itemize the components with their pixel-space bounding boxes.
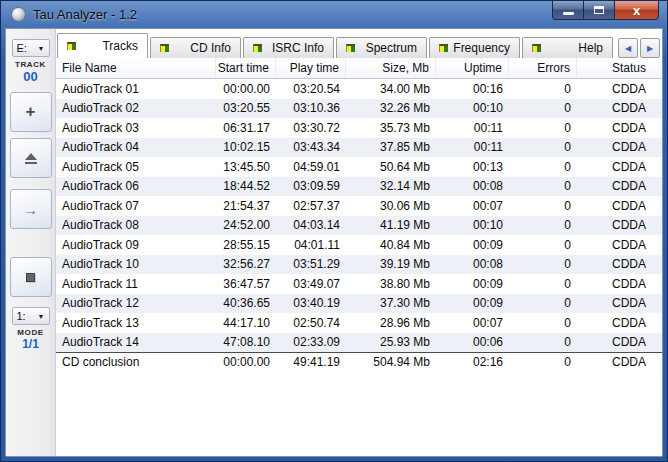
table-cell: 03:09.59: [276, 179, 346, 193]
track-number: 00: [23, 69, 37, 84]
table-row[interactable]: AudioTrack 0203:20.5503:10.3632.26 Mb00:…: [56, 99, 662, 119]
table-cell: 04:03.14: [276, 218, 346, 232]
table-cell: 00:07: [436, 316, 509, 330]
tab-label: Tracks: [102, 39, 138, 53]
mode-select[interactable]: 1: ▼: [12, 307, 50, 325]
stop-icon: [26, 273, 35, 282]
add-button[interactable]: +: [10, 92, 52, 132]
table-cell: 00:11: [436, 140, 509, 154]
table-row[interactable]: AudioTrack 0410:02.1503:43.3437.85 Mb00:…: [56, 138, 662, 158]
table-row[interactable]: AudioTrack 1447:08.1002:33.0925.93 Mb00:…: [56, 333, 662, 353]
table-cell: 10:02.15: [216, 140, 276, 154]
summary-row[interactable]: CD conclusion00:00.0049:41.19504.94 Mb02…: [56, 352, 662, 372]
table-row[interactable]: AudioTrack 1032:56.2703:51.2939.19 Mb00:…: [56, 255, 662, 275]
table-row[interactable]: AudioTrack 0306:31.1703:30.7235.73 Mb00:…: [56, 118, 662, 138]
table-cell: AudioTrack 08: [56, 218, 216, 232]
table-cell: 39.19 Mb: [346, 257, 436, 271]
table-cell: 0: [509, 335, 577, 349]
drive-select[interactable]: E: ▼: [12, 39, 50, 57]
sidebar: E: ▼ TRACK 00 + → 1: ▼ MODE 1/: [6, 29, 56, 456]
table-header: File Name Start time Play time Size, Mb …: [56, 58, 662, 79]
table-cell: 0: [509, 82, 577, 96]
table-cell: AudioTrack 10: [56, 257, 216, 271]
table-row[interactable]: AudioTrack 0721:54.3702:57.3730.06 Mb00:…: [56, 196, 662, 216]
table-cell: 0: [509, 277, 577, 291]
table-cell: 0: [509, 218, 577, 232]
table-row[interactable]: AudioTrack 0824:52.0004:03.1441.19 Mb00:…: [56, 216, 662, 236]
table-cell: 03:20.54: [276, 82, 346, 96]
column-header-file-name[interactable]: File Name: [56, 58, 216, 78]
table-cell: 00:08: [436, 179, 509, 193]
table-cell: 0: [509, 121, 577, 135]
minimize-icon: [563, 12, 574, 15]
close-button[interactable]: x: [614, 1, 659, 20]
tab-scroll-left-button[interactable]: ◀: [618, 38, 638, 58]
table-cell: 25.93 Mb: [346, 335, 436, 349]
mode-label: MODE: [17, 328, 43, 337]
column-header-play-time[interactable]: Play time: [276, 58, 346, 78]
table-cell: 28.96 Mb: [346, 316, 436, 330]
column-header-start-time[interactable]: Start time: [216, 58, 276, 78]
tab-icon: [346, 44, 355, 52]
mode-value: 1/1: [22, 337, 39, 351]
table-cell: 32.26 Mb: [346, 101, 436, 115]
tab-spectrum[interactable]: Spectrum: [336, 37, 427, 58]
mode-select-value: 1:: [17, 310, 26, 322]
table-cell: AudioTrack 05: [56, 160, 216, 174]
table-cell: 00:09: [436, 277, 509, 291]
column-header-errors[interactable]: Errors: [509, 58, 577, 78]
table-cell: 504.94 Mb: [346, 355, 436, 369]
tab-scroll-right-button[interactable]: ▶: [640, 38, 660, 58]
stop-button[interactable]: [10, 257, 52, 297]
table-cell: AudioTrack 01: [56, 82, 216, 96]
start-button[interactable]: →: [10, 189, 52, 229]
table-cell: CDDA: [577, 199, 662, 213]
tab-cd-info[interactable]: CD Info: [150, 37, 241, 58]
table-cell: 34.00 Mb: [346, 82, 436, 96]
tab-icon: [67, 42, 76, 50]
table-cell: CDDA: [577, 140, 662, 154]
tab-isrc-info[interactable]: ISRC Info: [243, 37, 334, 58]
column-header-size[interactable]: Size, Mb: [346, 58, 436, 78]
table-cell: 35.73 Mb: [346, 121, 436, 135]
tab-tracks[interactable]: Tracks: [57, 33, 148, 58]
eject-icon: [25, 153, 37, 160]
table-row[interactable]: AudioTrack 0618:44.5203:09.5932.14 Mb00:…: [56, 177, 662, 197]
table-row[interactable]: AudioTrack 1136:47.5703:49.0738.80 Mb00:…: [56, 274, 662, 294]
tab-label: Help: [578, 41, 603, 55]
table-row[interactable]: AudioTrack 0928:55.1504:01.1140.84 Mb00:…: [56, 235, 662, 255]
table-cell: 49:41.19: [276, 355, 346, 369]
table-cell: AudioTrack 03: [56, 121, 216, 135]
table-row[interactable]: AudioTrack 1344:17.1002:50.7428.96 Mb00:…: [56, 313, 662, 333]
table-cell: CDDA: [577, 238, 662, 252]
column-header-status[interactable]: Status: [577, 58, 662, 78]
table-cell: AudioTrack 13: [56, 316, 216, 330]
table-cell: 00:16: [436, 82, 509, 96]
tab-icon: [532, 44, 541, 52]
table-cell: CDDA: [577, 257, 662, 271]
table-cell: CD conclusion: [56, 355, 216, 369]
table-cell: 0: [509, 179, 577, 193]
table-cell: 32.14 Mb: [346, 179, 436, 193]
tab-icon: [160, 44, 169, 52]
column-header-uptime[interactable]: Uptime: [436, 58, 509, 78]
eject-button[interactable]: [10, 138, 52, 178]
table-cell: 30.06 Mb: [346, 199, 436, 213]
table-row[interactable]: AudioTrack 0513:45.5004:59.0150.64 Mb00:…: [56, 157, 662, 177]
minimize-button[interactable]: [552, 1, 583, 20]
table-row[interactable]: AudioTrack 0100:00.0003:20.5434.00 Mb00:…: [56, 79, 662, 99]
table-cell: 00:06: [436, 335, 509, 349]
close-icon: x: [633, 3, 640, 18]
tab-help[interactable]: Help: [522, 37, 613, 58]
tab-scroll-controls: ◀ ▶: [618, 38, 660, 58]
table-cell: AudioTrack 14: [56, 335, 216, 349]
tab-label: Frequency: [453, 41, 510, 55]
maximize-button[interactable]: [583, 1, 614, 20]
table-cell: 03:10.36: [276, 101, 346, 115]
table-cell: 28:55.15: [216, 238, 276, 252]
table-row[interactable]: AudioTrack 1240:36.6503:40.1937.30 Mb00:…: [56, 294, 662, 314]
maximize-icon: [594, 6, 604, 14]
table-cell: 00:00.00: [216, 82, 276, 96]
tab-frequency[interactable]: Frequency: [429, 37, 520, 58]
table-cell: 03:51.29: [276, 257, 346, 271]
